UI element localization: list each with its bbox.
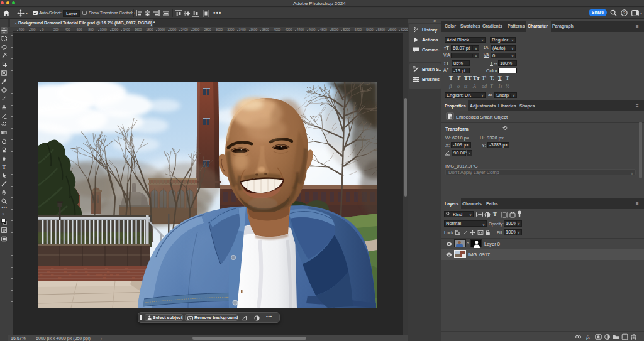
svg-text:fx: fx [586, 333, 590, 340]
svg-text:?: ? [623, 11, 626, 15]
svg-text:T: T [2, 164, 6, 170]
